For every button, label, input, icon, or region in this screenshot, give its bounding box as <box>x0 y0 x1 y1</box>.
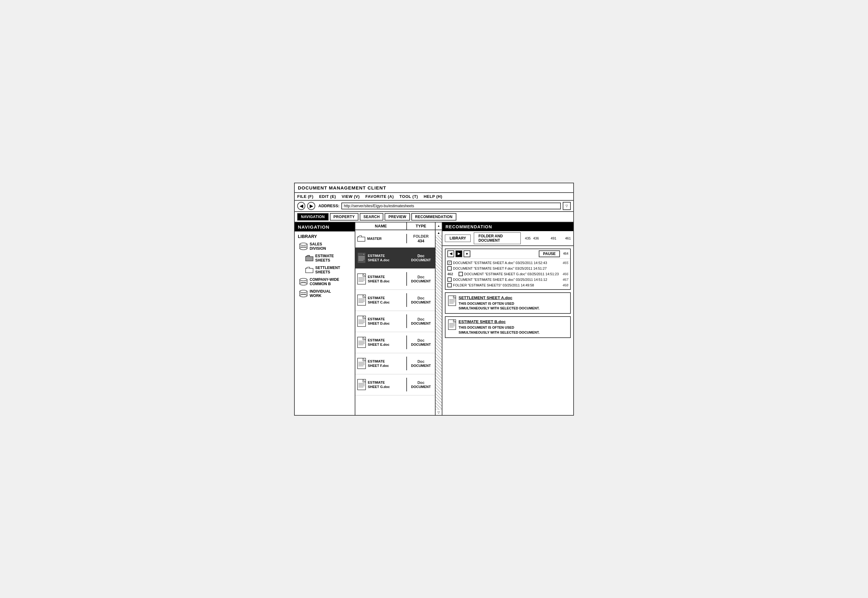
annot-491: 491 <box>550 236 556 240</box>
file-type-top-b: Doc <box>409 275 433 279</box>
file-panel: NAME TYPE ▲ <box>355 223 442 415</box>
rec-panel: RECOMMENDATION LIBRARY FOLDER AND DOCUME… <box>442 223 573 415</box>
doc-icon-estimate-g <box>357 379 366 390</box>
file-row-info-estimate-b: ESTIMATESHEET B.doc <box>355 272 407 286</box>
hist-checkbox-5[interactable] <box>447 283 452 287</box>
hist-checkbox-3[interactable] <box>459 272 463 276</box>
file-row-estimate-b[interactable]: ESTIMATESHEET B.doc Doc DOCUMENT <box>355 269 435 290</box>
history-list: ✓ DOCUMENT "ESTIMATE SHEET A.doc" 03/25/… <box>445 259 570 289</box>
svg-rect-7 <box>306 268 313 273</box>
file-panel-header: NAME TYPE ▲ <box>355 223 442 230</box>
address-dropdown-button[interactable]: ▽ <box>563 202 571 210</box>
hist-dropdown-btn[interactable]: ▼ <box>463 250 471 257</box>
history-item-3[interactable]: 462 DOCUMENT "ESTIMATE SHEET G.doc" 03/2… <box>447 271 568 277</box>
rec-item-name-estimate-b[interactable]: ESTIMATE SHEET B.doc <box>459 319 568 324</box>
menu-tool[interactable]: TOOL (T) <box>399 194 418 199</box>
scroll-up-arrow[interactable]: ▲ <box>436 230 442 236</box>
forward-button[interactable]: ▶ <box>307 202 315 210</box>
nav-item-label-settlement: SETTLEMENTSHEETS <box>315 266 340 274</box>
scroll-track[interactable] <box>436 236 442 410</box>
rec-item-info-settlement: SETTLEMENT SHEET A.doc THIS DOCUMENT IS … <box>459 295 568 311</box>
file-row-info-estimate-a: ESTIMATESHEET A.doc <box>355 251 407 265</box>
nav-library-label: LIBRARY <box>298 234 352 239</box>
rec-content: ◀ ▶ ▼ PAUSE 464 ✓ DOCUMENT "ESTIMATE SHE… <box>442 246 573 415</box>
rec-tabs-row: LIBRARY FOLDER AND DOCUMENT 435 436 491 … <box>442 231 573 246</box>
file-row-master[interactable]: MASTER FOLDER 434 <box>355 230 435 248</box>
folder-type-master: FOLDER 434 <box>407 233 435 244</box>
annot-468: 468 <box>563 283 568 287</box>
hist-checkbox-1[interactable]: ✓ <box>447 261 452 265</box>
menu-help[interactable]: HELP (H) <box>424 194 442 199</box>
hist-checkbox-2[interactable] <box>447 266 452 271</box>
toolbar-navigation[interactable]: NAVIGATION <box>297 213 328 221</box>
app-title: DOCUMENT MANAGEMENT CLIENT <box>298 185 386 190</box>
annot-462: 462 <box>447 272 456 276</box>
file-row-info-estimate-f: ESTIMATESHEET F.doc <box>355 357 407 370</box>
db-icon-sales <box>299 243 308 250</box>
title-bar: DOCUMENT MANAGEMENT CLIENT <box>295 183 573 193</box>
doc-icon-estimate-e <box>357 337 366 348</box>
toolbar-recommendation[interactable]: RECOMMENDATION <box>411 213 456 221</box>
file-name-master: MASTER <box>367 236 381 241</box>
col-type-header: TYPE <box>407 223 435 230</box>
svg-rect-12 <box>358 237 365 241</box>
rec-tab-folder-doc[interactable]: FOLDER AND DOCUMENT <box>474 232 521 244</box>
svg-point-11 <box>300 295 307 297</box>
hist-text-2: DOCUMENT "ESTIMATE SHEET F.doc" 03/25/20… <box>453 266 568 270</box>
hist-text-1: DOCUMENT "ESTIMATE SHEET A.doc" 03/25/20… <box>453 261 561 265</box>
address-input[interactable] <box>341 203 561 209</box>
file-row-estimate-c[interactable]: ESTIMATESHEET C.doc Doc DOCUMENT <box>355 290 435 311</box>
file-row-estimate-a[interactable]: ESTIMATESHEET A.doc Doc DOCUMENT <box>355 248 435 269</box>
file-row-estimate-d[interactable]: ESTIMATESHEET D.doc Doc DOCUMENT <box>355 311 435 332</box>
nav-item-sales-division[interactable]: SALESDIVISION <box>298 241 352 251</box>
file-type-top-c: Doc <box>409 296 433 300</box>
toolbar: NAVIGATION PROPERTY SEARCH PREVIEW RECOM… <box>295 212 573 223</box>
menu-favorite[interactable]: FAVORITE (A) <box>365 194 394 199</box>
doc-icon-estimate-c <box>357 295 366 306</box>
file-scrollbar: ▲ ▽ <box>435 230 442 415</box>
file-row-info-estimate-g: ESTIMATESHEET G.doc <box>355 378 407 392</box>
db-icon-company <box>299 278 308 286</box>
toolbar-property[interactable]: PROPERTY <box>330 213 358 221</box>
menu-edit[interactable]: EDIT (E) <box>319 194 336 199</box>
file-type-bottom-c: DOCUMENT <box>409 300 433 304</box>
history-item-4[interactable]: DOCUMENT "ESTIMATE SHEET E.doc" 03/25/20… <box>447 277 568 283</box>
file-type-top-a: Doc <box>409 254 433 258</box>
history-item-5[interactable]: FOLDER "ESTIMATE SHEETS" 03/25/2011 14:4… <box>447 283 568 288</box>
file-name-estimate-a: ESTIMATESHEET A.doc <box>368 254 390 263</box>
hist-back-btn[interactable]: ◀ <box>447 250 454 257</box>
doc-icon-estimate-b <box>357 274 366 284</box>
menu-view[interactable]: VIEW (V) <box>342 194 360 199</box>
menu-bar: FILE (F) EDIT (E) VIEW (V) FAVORITE (A) … <box>295 193 573 201</box>
file-row-estimate-e[interactable]: ESTIMATESHEET E.doc Doc DOCUMENT <box>355 332 435 353</box>
file-type-estimate-c: Doc DOCUMENT <box>407 295 435 305</box>
pause-button[interactable]: PAUSE <box>539 250 560 257</box>
rec-item-desc-settlement: THIS DOCUMENT IS OFTEN USEDSIMULTANEOUSL… <box>459 301 568 311</box>
toolbar-search[interactable]: SEARCH <box>360 213 383 221</box>
scroll-header-up: ▲ <box>435 223 442 230</box>
hist-text-4: DOCUMENT "ESTIMATE SHEET E.doc" 03/25/20… <box>453 278 561 281</box>
file-type-estimate-e: Doc DOCUMENT <box>407 337 435 348</box>
nav-item-settlement-sheets[interactable]: SETTLEMENTSHEETS <box>304 265 352 275</box>
nav-item-label-sales: SALESDIVISION <box>310 242 326 251</box>
nav-item-company-wide[interactable]: COMPANY-WIDECOMMON B <box>298 277 352 287</box>
rec-item-name-settlement[interactable]: SETTLEMENT SHEET A.doc <box>459 295 568 300</box>
annot-435: 435 <box>525 236 531 240</box>
toolbar-preview[interactable]: PREVIEW <box>385 213 410 221</box>
scroll-down-arrow[interactable]: ▽ <box>436 410 442 415</box>
doc-icon-estimate-f <box>357 358 366 369</box>
nav-item-individual-work[interactable]: INDIVIDUALWORK <box>298 289 352 299</box>
file-row-estimate-f[interactable]: ESTIMATESHEET F.doc Doc DOCUMENT <box>355 353 435 374</box>
file-type-bottom-a: DOCUMENT <box>409 258 433 262</box>
history-controls: ◀ ▶ ▼ PAUSE 464 <box>445 249 570 259</box>
history-item-2[interactable]: DOCUMENT "ESTIMATE SHEET F.doc" 03/25/20… <box>447 266 568 271</box>
hist-play-btn[interactable]: ▶ <box>456 250 462 257</box>
nav-item-estimate-sheets[interactable]: ESTIMATESHEETS <box>304 253 352 263</box>
folder-type-top-master: FOLDER <box>409 234 433 239</box>
history-item-1[interactable]: ✓ DOCUMENT "ESTIMATE SHEET A.doc" 03/25/… <box>447 260 568 266</box>
menu-file[interactable]: FILE (F) <box>297 194 313 199</box>
file-row-estimate-g[interactable]: ESTIMATESHEET G.doc Doc DOCUMENT <box>355 374 435 395</box>
rec-tab-library[interactable]: LIBRARY <box>445 235 471 242</box>
hist-checkbox-4[interactable] <box>447 277 452 282</box>
back-button[interactable]: ◀ <box>297 202 305 210</box>
